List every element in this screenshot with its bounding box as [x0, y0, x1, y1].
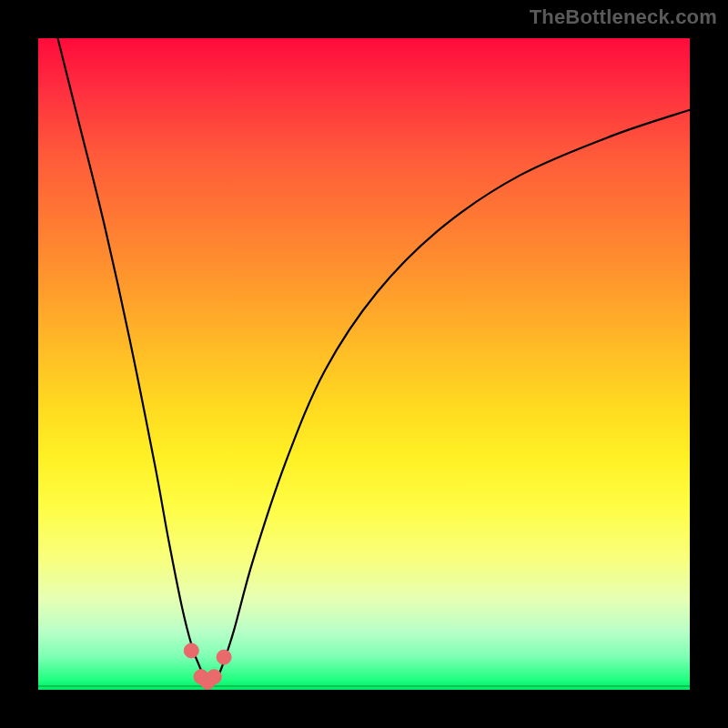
plot-area: [38, 38, 690, 690]
chart-svg: [38, 38, 690, 690]
minimum-marker: [184, 643, 198, 658]
watermark-text: TheBottleneck.com: [530, 5, 717, 29]
minimum-marker: [207, 670, 221, 684]
minimum-marker: [217, 650, 231, 664]
minimum-markers-group: [184, 643, 231, 689]
chart-frame: TheBottleneck.com: [0, 0, 728, 728]
bottleneck-curve: [58, 38, 691, 682]
